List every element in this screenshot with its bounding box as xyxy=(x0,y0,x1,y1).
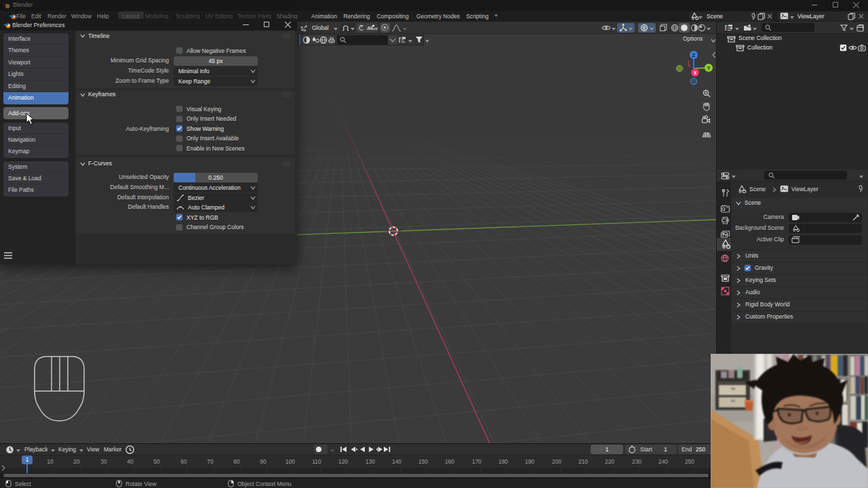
svg-text:Y: Y xyxy=(707,66,711,70)
svg-text:Z: Z xyxy=(692,53,696,58)
svg-text:X: X xyxy=(694,70,697,75)
